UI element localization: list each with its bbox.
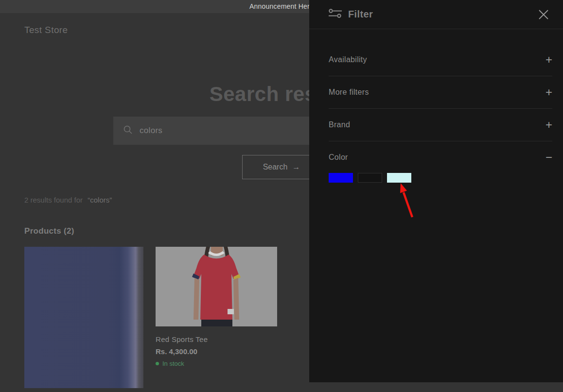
filter-section-availability[interactable]: Availability + [329,43,552,76]
product-title[interactable]: Red Sports Tee [156,335,277,343]
store-name-link[interactable]: Test Store [24,25,68,35]
color-swatch-blue[interactable] [329,173,353,183]
search-button-label: Search [263,163,288,171]
arrow-right-icon: → [292,163,300,171]
product-image-red-tee[interactable] [156,247,277,326]
filter-section-brand[interactable]: Brand + [329,108,552,141]
stock-dot-icon [156,362,159,365]
results-count-text: 2 results found for [24,196,83,204]
screen: Announcement Here Test Store Search resu… [0,0,563,392]
plus-icon[interactable]: + [545,54,552,66]
search-query-text: colors [140,126,162,136]
section-label: Color [329,153,348,162]
color-swatch-black[interactable] [358,173,382,183]
stock-label: In stock [162,360,184,367]
filter-section-color[interactable]: Color − [329,141,552,173]
search-icon [123,125,133,136]
section-label: More filters [329,88,369,97]
filter-section-more-filters[interactable]: More filters + [329,76,552,108]
product-stock-status: In stock [156,360,277,367]
results-query: “colors” [88,196,112,204]
product-card-blue-image[interactable] [24,247,143,388]
product-price: Rs. 4,300.00 [156,347,277,356]
filter-title: Filter [348,9,373,20]
section-label: Brand [329,120,350,129]
plus-icon[interactable]: + [545,86,552,98]
minus-icon[interactable]: − [545,152,552,163]
product-card[interactable]: Red Sports Tee Rs. 4,300.00 In stock [156,247,277,367]
filter-sliders-icon [329,9,342,20]
color-swatch-light-cyan[interactable] [387,173,411,183]
filter-drawer: Filter Availability + More filters + Bra… [309,0,563,382]
close-icon[interactable] [536,7,551,22]
plus-icon[interactable]: + [545,119,552,131]
color-swatch-row [309,173,563,183]
filter-drawer-header: Filter [309,0,563,29]
results-count: 2 results found for “colors” [24,196,112,204]
section-label: Availability [329,55,367,64]
filter-accordion: Availability + More filters + Brand + Co… [309,29,563,173]
products-heading: Products (2) [24,226,74,236]
